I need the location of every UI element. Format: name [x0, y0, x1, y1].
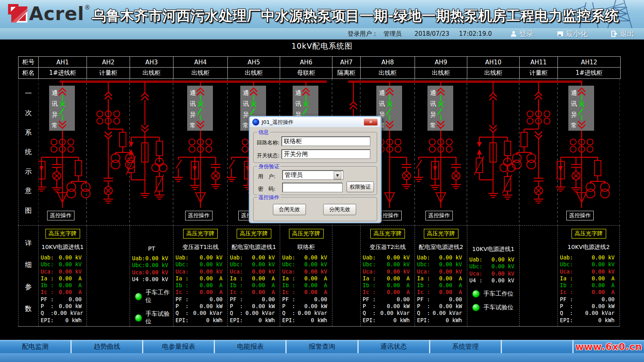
param-row: Ia :0.00 A: [361, 275, 415, 282]
open-invalid-button[interactable]: 分闸无效: [323, 204, 356, 215]
remote-operate-button-AH9[interactable]: 遥控操作: [425, 211, 453, 220]
param-row: EPI:0 kWh: [39, 317, 87, 324]
param-row: Uca:0.00 kV: [280, 268, 332, 275]
bay-name-cell: 出线柜: [228, 68, 280, 78]
dialog-close-button[interactable]: ✕: [363, 118, 378, 126]
nav-item-label: 系统管理: [452, 342, 479, 351]
info-group-label: 信息: [257, 129, 270, 136]
password-label: 密 码:: [258, 185, 275, 193]
svg-text:讯: 讯: [52, 100, 58, 107]
nav-item-7[interactable]: 系统管理: [430, 340, 502, 353]
circuit-name-field[interactable]: 联络柜: [281, 136, 370, 146]
detail-column-AH5: 高压光字牌配电室电源进线1Uab:0.00 kVUbc:0.00 kVUca:0…: [227, 226, 280, 326]
param-label: EPI:: [363, 317, 376, 324]
panel-indicator-button-AH4[interactable]: 高压光字牌: [183, 229, 218, 239]
param-value: 0.00 kV: [491, 256, 514, 263]
dialog-title-bar[interactable]: J01_遥控操作 ✕: [250, 117, 380, 127]
nav-item-6[interactable]: 通讯状态: [359, 340, 430, 353]
bay-diagram-AH10: [474, 82, 515, 199]
param-row: Uab:0.00 kV: [467, 256, 519, 263]
verify-permission-button[interactable]: 权限验证: [347, 181, 374, 192]
param-label: P :: [175, 303, 189, 310]
param-label: P :: [417, 303, 430, 310]
nav-item-4[interactable]: 电能报表: [215, 340, 287, 353]
svg-text:常: 常: [571, 122, 577, 129]
param-row: Ia :0.00 A: [415, 275, 467, 282]
login-button[interactable]: 登录: [510, 29, 534, 39]
led-indicator: [472, 304, 480, 311]
param-row: Ia :0.00 A: [39, 275, 87, 282]
bay-id-cell: AH4: [173, 57, 228, 68]
bay-name-cell: 出线柜: [130, 68, 173, 78]
panel-indicator-button-AH8[interactable]: 高压光字牌: [370, 229, 405, 239]
close-invalid-button[interactable]: 合闸无效: [273, 204, 306, 215]
bay-id-cell: AH3: [130, 57, 173, 68]
param-label: Ib :: [363, 282, 376, 289]
param-row: Ubc:0.00 kV: [39, 261, 87, 268]
param-value: 0 kWh: [311, 317, 327, 324]
password-field[interactable]: [282, 183, 343, 192]
param-label: Ubc:: [282, 261, 295, 268]
param-label: Ic :: [41, 289, 54, 296]
nav-item-1[interactable]: 配电监测: [0, 340, 72, 353]
param-row: P :0.00 kW: [39, 303, 87, 310]
param-row: Ic :0.00 A: [280, 289, 332, 296]
site-link[interactable]: www.6x0.cn: [575, 341, 642, 352]
svg-text:通: 通: [190, 89, 196, 97]
minimize-button[interactable]: 最小化: [557, 29, 588, 39]
param-label: Ib :: [230, 282, 243, 289]
param-row: Uca:0.00 kV: [558, 268, 619, 275]
nav-item-5[interactable]: 报警查询: [287, 340, 358, 353]
panel-indicator-button-AH9[interactable]: 高压光字牌: [424, 229, 458, 239]
param-value: 0.00 kV: [491, 277, 514, 284]
led-label: 手车工作位: [483, 290, 514, 298]
param-value: 0 kWh: [258, 317, 275, 324]
nav-item-2[interactable]: 趋势曲线: [72, 340, 143, 353]
led-indicator: [135, 293, 142, 300]
dropdown-arrow-icon[interactable]: ▼: [334, 171, 341, 179]
param-value: 0 kWh: [446, 317, 462, 324]
remote-operate-button-AH12[interactable]: 遥控操作: [566, 211, 594, 220]
panel-indicator-button-AH6[interactable]: 高压光字牌: [289, 229, 324, 239]
param-value: 0.00 kV: [145, 276, 168, 283]
svg-text:常: 常: [190, 122, 196, 129]
nav-item-3[interactable]: 电参量报表: [143, 340, 215, 353]
nav-item-empty-8[interactable]: [502, 340, 574, 353]
exit-button[interactable]: 退出: [611, 29, 634, 39]
param-row: Q :0.00 kVar: [173, 310, 227, 317]
param-value: 0.00 kV: [387, 261, 410, 268]
panel-indicator-button-AH1[interactable]: 高压光字牌: [45, 229, 80, 239]
remote-operate-button-AH4[interactable]: 遥控操作: [185, 211, 213, 220]
bay-name-cell: 出线柜: [361, 68, 415, 78]
user-label: 用 户:: [258, 173, 275, 180]
param-row: Ia :0.00 A: [280, 275, 332, 282]
param-row: Ib :0.00 A: [558, 282, 619, 289]
param-row: Ia :0.00 A: [228, 275, 280, 282]
param-row: Q :0.00 kVar: [228, 310, 280, 317]
param-label: Uca:: [560, 268, 573, 275]
param-label: Uab:: [282, 254, 295, 261]
remote-operate-button-AH1[interactable]: 遥控操作: [47, 211, 74, 220]
param-label: U4 :: [132, 276, 145, 283]
param-value: 0.00 kV: [59, 268, 82, 275]
nav-item-label: 报警查询: [309, 342, 335, 351]
param-label: Q :: [560, 310, 573, 317]
detail-title: 联络柜: [280, 243, 332, 251]
param-label: Q :: [41, 310, 54, 317]
detail-column-AH9: 高压光字牌配电室电源进线2Uab:0.00 kVUbc:0.00 kVUca:0…: [415, 226, 467, 326]
param-label: U4 :: [469, 277, 483, 284]
led-label: 手车试验位: [483, 304, 514, 311]
panel-indicator-button-AH5[interactable]: 高压光字牌: [237, 229, 271, 239]
bay-id-cell: AH8: [361, 57, 415, 68]
switch-state-field[interactable]: 开关分闸: [281, 149, 370, 159]
param-label: Q :: [417, 310, 430, 317]
param-row: Q :0.00 kVar: [280, 310, 332, 317]
nav-item-empty-9[interactable]: www.6x0.cn: [574, 340, 644, 353]
panel-indicator-button-AH12[interactable]: 高压光字牌: [572, 229, 606, 239]
param-value: 0 kWh: [65, 317, 82, 324]
svg-text:讯: 讯: [295, 100, 301, 107]
svg-text:讯: 讯: [379, 100, 385, 107]
user-dropdown[interactable]: 管理员 ▼: [282, 170, 343, 180]
param-row: Ib :0.00 A: [280, 282, 332, 289]
param-row: Uca:0.00 kV: [415, 268, 467, 275]
